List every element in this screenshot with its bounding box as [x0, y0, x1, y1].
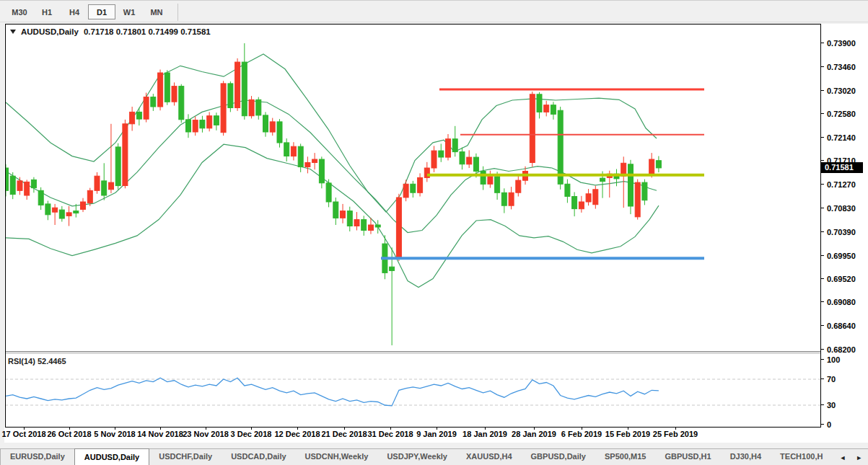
candle-body	[411, 184, 416, 192]
candle-body	[418, 177, 423, 192]
candle-body	[235, 62, 240, 107]
date-axis: 17 Oct 201826 Oct 20185 Nov 201814 Nov 2…	[5, 428, 821, 443]
candle-body	[579, 202, 584, 209]
candle-body	[642, 182, 647, 200]
candle-body	[284, 143, 289, 156]
date-tick-label: 3 Dec 2018	[231, 430, 272, 438]
timeframe-button-H1[interactable]: H1	[33, 4, 61, 19]
tab-USDJPY-Weekly[interactable]: USDJPY,Weekly	[377, 449, 457, 465]
candle-body	[59, 210, 64, 218]
candle-body	[593, 190, 598, 205]
candle-body	[74, 211, 79, 213]
candle-body	[649, 159, 654, 174]
candle-body	[151, 97, 156, 107]
timeframe-button-D1[interactable]: D1	[88, 4, 115, 19]
candle-body	[565, 184, 570, 196]
candle-body	[333, 202, 338, 218]
tab-scroll-arrows: ◄►	[832, 449, 868, 465]
candle-body	[488, 177, 493, 184]
candle-body	[354, 220, 359, 226]
candle-body	[403, 184, 408, 198]
candle-body	[390, 267, 395, 270]
date-tick-label: 15 Feb 2019	[605, 430, 650, 438]
chart-ohlc-values: 0.71718 0.71801 0.71499 0.71581	[84, 27, 211, 36]
candle-body	[495, 177, 500, 192]
candle-body	[172, 87, 177, 102]
chart-window: AUDUSD,Daily 0.71718 0.71801 0.71499 0.7…	[4, 24, 868, 443]
candle-body	[144, 97, 149, 120]
candle-body	[200, 120, 205, 128]
price-axis: 0.739000.734600.730200.725800.721400.717…	[821, 24, 868, 428]
candle-body	[361, 220, 367, 231]
date-tick-label: 23 Nov 2018	[183, 430, 229, 438]
candle-body	[460, 152, 465, 164]
candle-body	[537, 94, 542, 112]
tab-TECH100-H[interactable]: TECH100,H	[771, 449, 832, 465]
candle-body	[319, 159, 324, 183]
candle-body	[375, 225, 380, 227]
timeframe-button-H4[interactable]: H4	[61, 4, 88, 19]
candle-body	[369, 225, 374, 231]
date-tick-label: 12 Dec 2018	[275, 430, 320, 438]
candle-body	[509, 192, 514, 205]
pane-separator[interactable]	[5, 352, 821, 354]
tab-scroll-left-icon[interactable]: ◄	[839, 454, 846, 461]
candle-body	[558, 110, 563, 184]
chart-dropdown-icon[interactable]	[10, 30, 16, 34]
timeframe-button-M30[interactable]: M30	[6, 4, 33, 19]
rsi-indicator-label: RSI(14) 52.4465	[8, 357, 66, 366]
tab-USDCNH-Weekly[interactable]: USDCNH,Weekly	[296, 449, 378, 465]
date-tick-label: 28 Jan 2019	[512, 430, 556, 438]
candle-body	[341, 211, 346, 218]
timeframe-button-W1[interactable]: W1	[115, 4, 143, 19]
candle-body	[193, 120, 198, 132]
candle-body	[270, 122, 275, 132]
candle-body	[277, 122, 282, 143]
tab-EURUSD-Daily[interactable]: EURUSD,Daily	[1, 449, 74, 465]
candle-body	[656, 161, 661, 168]
tab-AUDUSD-Daily[interactable]: AUDUSD,Daily	[74, 448, 149, 465]
candle-body	[473, 157, 478, 171]
tab-scroll-right-icon[interactable]: ►	[856, 454, 862, 461]
date-tick-label: 14 Nov 2018	[137, 430, 183, 438]
candle-body	[214, 116, 219, 125]
candle-body	[45, 204, 51, 215]
candle-body	[53, 208, 58, 212]
candle-body	[326, 183, 331, 202]
candle-body	[102, 181, 107, 195]
price-chart[interactable]	[5, 24, 821, 428]
candle-body	[544, 105, 549, 112]
candle-body	[115, 147, 120, 186]
candle-body	[467, 157, 472, 164]
candle-body	[66, 213, 71, 216]
tab-DJ30-H4[interactable]: DJ30,H4	[721, 449, 771, 465]
tab-GBPUSD-Daily[interactable]: GBPUSD,Daily	[522, 449, 595, 465]
tab-GBPUSD-H1[interactable]: GBPUSD,H1	[655, 449, 720, 465]
candle-body	[572, 197, 577, 209]
candle-body	[207, 116, 212, 128]
tab-USDCAD-Daily[interactable]: USDCAD,Daily	[222, 449, 295, 465]
tab-USDCHF-Daily[interactable]: USDCHF,Daily	[149, 449, 222, 465]
candle-body	[312, 159, 317, 163]
candle-body	[95, 176, 100, 190]
candle-body	[635, 182, 640, 217]
candle-body	[165, 73, 170, 102]
candle-body	[186, 120, 191, 132]
date-tick-label: 9 Jan 2019	[416, 430, 457, 438]
timeframe-button-MN[interactable]: MN	[143, 4, 170, 19]
candle-body	[263, 115, 268, 132]
tab-SP500-M15[interactable]: SP500,M15	[595, 449, 655, 465]
chart-tabs: EURUSD,DailyAUDUSD,DailyUSDCHF,DailyUSDC…	[0, 448, 868, 465]
chart-title: AUDUSD,Daily 0.71718 0.71801 0.71499 0.7…	[10, 27, 211, 36]
candle-body	[516, 180, 521, 192]
candle-body	[87, 190, 92, 203]
timeframe-toolbar: M30H1H4D1W1MN	[0, 2, 868, 22]
candle-body	[291, 146, 296, 156]
candle-body	[501, 192, 507, 205]
candle-body	[600, 178, 605, 182]
date-tick-label: 26 Oct 2018	[47, 430, 91, 438]
candle-body	[431, 151, 437, 168]
candle-body	[628, 164, 634, 206]
tab-XAUUSD-H4[interactable]: XAUUSD,H4	[457, 449, 522, 465]
candle-body	[481, 172, 486, 185]
